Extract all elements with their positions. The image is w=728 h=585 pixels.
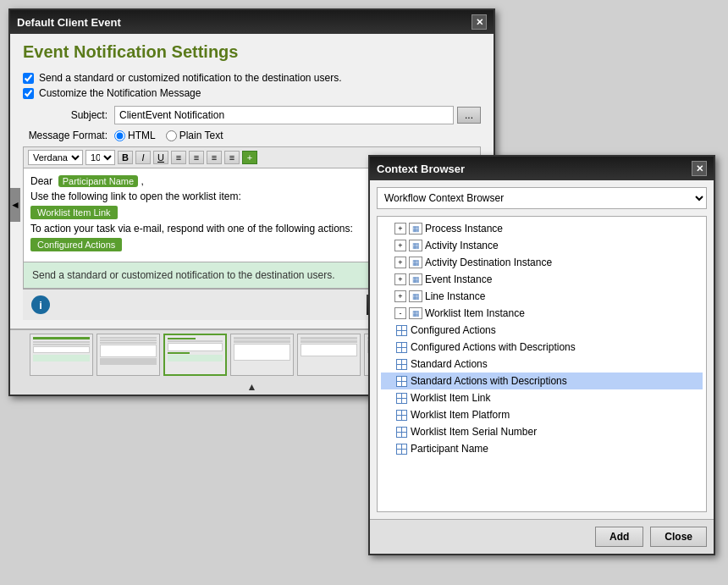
workflow-context-dropdown[interactable]: Workflow Context Browser xyxy=(377,187,707,209)
icon-configured-actions-desc xyxy=(394,340,408,354)
main-dialog-titlebar: Default Client Event ✕ xyxy=(10,10,494,34)
toolbar-underline-btn[interactable]: U xyxy=(153,151,168,164)
icon-configured-actions xyxy=(394,323,408,337)
label-worklist-item-platform: Worklist Item Platform xyxy=(411,409,510,421)
checkbox-customize[interactable] xyxy=(23,88,34,99)
tree-node-configured-actions-desc[interactable]: Configured Actions with Descriptions xyxy=(381,339,703,356)
tree-node-standard-actions-desc[interactable]: Standard Actions with Descriptions xyxy=(381,373,703,389)
toolbar-align-left-btn[interactable]: ≡ xyxy=(171,151,186,164)
context-browser-tree: + ▦ Process Instance + ▦ Activity Instan… xyxy=(377,216,707,512)
icon-worklist-item-link xyxy=(394,391,408,405)
label-standard-actions-desc: Standard Actions with Descriptions xyxy=(411,375,567,387)
icon-process-instance: ▦ xyxy=(409,222,422,235)
checkbox-row-2: Customize the Notification Message xyxy=(23,87,481,99)
thumbnail-5[interactable] xyxy=(297,334,361,376)
info-icon: i xyxy=(31,295,50,314)
thumbnail-1[interactable] xyxy=(30,334,93,376)
icon-standard-actions xyxy=(394,357,408,371)
dialog-heading: Event Notification Settings xyxy=(23,42,481,62)
size-select[interactable]: 10 12 14 xyxy=(85,150,115,165)
thumbnail-2[interactable] xyxy=(97,334,160,376)
tree-node-standard-actions[interactable]: Standard Actions xyxy=(381,356,703,373)
toolbar-align-center-btn[interactable]: ≡ xyxy=(189,151,204,164)
checkbox-label-1: Send a standard or customized notificati… xyxy=(39,72,342,84)
icon-activity-instance: ▦ xyxy=(409,239,422,252)
icon-event-instance: ▦ xyxy=(409,273,422,286)
tree-node-line-instance[interactable]: + ▦ Line Instance xyxy=(381,288,703,305)
label-worklist-item-serial: Worklist Item Serial Number xyxy=(411,426,537,438)
subject-browse-btn[interactable]: ... xyxy=(457,107,481,124)
icon-participant-name xyxy=(394,442,408,455)
tree-node-worklist-item-instance[interactable]: - ▦ Worklist Item Instance xyxy=(381,305,703,322)
thumbnail-3[interactable] xyxy=(163,334,227,376)
participant-name-tag: Participant Name xyxy=(58,175,138,187)
subject-label: Subject: xyxy=(23,109,108,121)
toolbar-insert-btn[interactable]: + xyxy=(242,151,257,164)
icon-activity-dest: ▦ xyxy=(409,256,422,269)
subject-row: Subject: ... xyxy=(23,106,481,124)
add-btn[interactable]: Add xyxy=(595,527,643,547)
label-activity-dest: Activity Destination Instance xyxy=(425,257,552,268)
font-select[interactable]: Verdana Arial Times xyxy=(28,150,83,165)
format-row: Message Format: HTML Plain Text xyxy=(23,130,481,141)
main-dialog-title: Default Client Event xyxy=(17,16,121,29)
context-browser-body: Workflow Context Browser + ▦ Process Ins… xyxy=(370,180,714,519)
expand-worklist-item-instance[interactable]: - xyxy=(394,307,406,319)
label-worklist-item-instance: Worklist Item Instance xyxy=(425,307,525,319)
icon-worklist-item-serial xyxy=(394,425,408,439)
tree-node-worklist-item-serial[interactable]: Worklist Item Serial Number xyxy=(381,423,703,440)
label-process-instance: Process Instance xyxy=(425,223,503,235)
tree-node-worklist-item-link[interactable]: Worklist Item Link xyxy=(381,389,703,406)
toolbar-align-justify-btn[interactable]: ≡ xyxy=(224,151,240,164)
checkbox-row-1: Send a standard or customized notificati… xyxy=(23,72,481,84)
icon-line-instance: ▦ xyxy=(409,290,422,303)
checkbox-send-notification[interactable] xyxy=(23,73,34,84)
subject-input[interactable] xyxy=(114,106,454,124)
tree-node-event-instance[interactable]: + ▦ Event Instance xyxy=(381,271,703,288)
thumbnail-4[interactable] xyxy=(230,334,294,376)
context-browser-footer: Add Close xyxy=(370,519,714,554)
context-browser-titlebar: Context Browser ✕ xyxy=(370,157,714,180)
context-browser-close-btn[interactable]: ✕ xyxy=(692,161,707,176)
context-browser-title: Context Browser xyxy=(377,163,465,175)
close-btn2[interactable]: Close xyxy=(650,527,707,547)
tree-node-activity-dest[interactable]: + ▦ Activity Destination Instance xyxy=(381,254,703,271)
label-event-instance: Event Instance xyxy=(425,273,492,285)
toolbar-bold-btn[interactable]: B xyxy=(118,151,133,164)
format-plaintext-label: Plain Text xyxy=(166,130,223,141)
expand-activity-dest[interactable]: + xyxy=(394,257,406,268)
tree-node-participant-name[interactable]: Participant Name xyxy=(381,440,703,457)
icon-worklist-item-platform xyxy=(394,408,408,422)
info-text: Send a standard or customized notificati… xyxy=(32,269,335,281)
context-browser: Context Browser ✕ Workflow Context Brows… xyxy=(368,155,715,555)
expand-event-instance[interactable]: + xyxy=(394,273,406,285)
icon-worklist-item-instance: ▦ xyxy=(409,306,422,320)
tree-node-configured-actions[interactable]: Configured Actions xyxy=(381,322,703,339)
label-standard-actions: Standard Actions xyxy=(411,358,488,370)
toolbar-align-right-btn[interactable]: ≡ xyxy=(207,151,222,164)
label-line-instance: Line Instance xyxy=(425,290,485,302)
format-plaintext-radio[interactable] xyxy=(166,130,177,141)
expand-line-instance[interactable]: + xyxy=(394,290,406,302)
toolbar-italic-btn[interactable]: I xyxy=(135,151,151,164)
tree-node-activity-instance[interactable]: + ▦ Activity Instance xyxy=(381,237,703,254)
tree-node-process-instance[interactable]: + ▦ Process Instance xyxy=(381,220,703,237)
tree-node-worklist-item-platform[interactable]: Worklist Item Platform xyxy=(381,406,703,423)
main-dialog-close-btn[interactable]: ✕ xyxy=(472,14,487,30)
expand-activity-instance[interactable]: + xyxy=(394,240,406,251)
label-worklist-item-link: Worklist Item Link xyxy=(411,392,490,404)
label-activity-instance: Activity Instance xyxy=(425,240,499,251)
format-radio-group: HTML Plain Text xyxy=(114,130,223,141)
icon-standard-actions-desc xyxy=(394,374,408,388)
format-label: Message Format: xyxy=(23,130,108,141)
label-configured-actions-desc: Configured Actions with Descriptions xyxy=(411,341,576,353)
format-html-radio[interactable] xyxy=(114,130,125,141)
label-participant-name: Participant Name xyxy=(411,443,488,455)
configured-actions-tag: Configured Actions xyxy=(30,238,122,251)
expand-process-instance[interactable]: + xyxy=(394,223,406,235)
worklist-item-link-tag: Worklist Item Link xyxy=(30,206,118,219)
checkbox-label-2: Customize the Notification Message xyxy=(39,87,201,99)
label-configured-actions: Configured Actions xyxy=(411,324,496,336)
format-html-label: HTML xyxy=(114,130,156,141)
